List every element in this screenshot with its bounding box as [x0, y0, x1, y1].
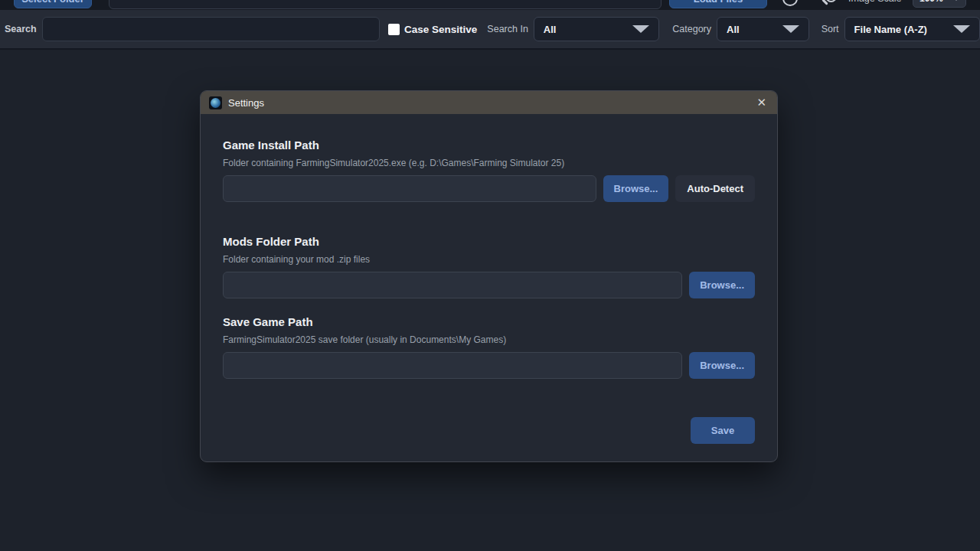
search-icon[interactable]	[821, 0, 838, 7]
save-button[interactable]: Save	[691, 417, 755, 444]
search-label: Search	[5, 24, 37, 34]
app-logo-icon	[209, 96, 222, 109]
select-folder-button[interactable]: Select Folder	[14, 0, 92, 8]
category-dropdown[interactable]: All	[717, 17, 809, 41]
mods-folder-path-section: Mods Folder Path Folder containing your …	[223, 236, 755, 298]
browse-button[interactable]: Browse...	[603, 175, 669, 202]
case-sensitive-checkbox[interactable]	[388, 24, 400, 35]
game-install-path-section: Game Install Path Folder containing Farm…	[223, 139, 755, 202]
field-row: Browse... Auto-Detect	[223, 175, 755, 202]
settings-dialog: Settings ✕ Game Install Path Folder cont…	[200, 90, 778, 462]
dialog-title: Settings	[228, 97, 264, 109]
mods-folder-path-input[interactable]	[223, 272, 682, 298]
browse-button[interactable]: Browse...	[689, 272, 755, 298]
image-scale-label: Image Scale	[848, 0, 901, 10]
auto-detect-button[interactable]: Auto-Detect	[675, 175, 755, 202]
search-in-label: Search In	[487, 24, 528, 34]
top-toolbar-inner: Select Folder Load Files Image Scale 100…	[0, 0, 980, 10]
save-game-path-input[interactable]	[223, 352, 682, 379]
filter-toolbar: Search Case Sensitive Search In All Cate…	[0, 10, 980, 50]
dialog-titlebar[interactable]: Settings ✕	[201, 91, 777, 114]
chevron-down-icon	[953, 0, 959, 1]
section-heading: Mods Folder Path	[223, 236, 755, 247]
section-heading: Save Game Path	[223, 316, 755, 328]
chevron-down-icon	[953, 25, 970, 33]
top-toolbar: Select Folder Load Files Image Scale 100…	[0, 0, 980, 10]
folder-path-input[interactable]	[109, 0, 662, 9]
section-description: Folder containing FarmingSimulator2025.e…	[223, 158, 755, 168]
close-icon[interactable]: ✕	[754, 91, 769, 114]
image-scale-value: 100%	[920, 0, 943, 4]
save-game-path-section: Save Game Path FarmingSimulator2025 save…	[223, 316, 755, 379]
field-row: Browse...	[223, 272, 755, 298]
field-row: Browse...	[223, 352, 755, 379]
category-label: Category	[672, 24, 711, 34]
browse-button[interactable]: Browse...	[689, 352, 755, 379]
search-in-value: All	[544, 24, 557, 35]
image-scale-dropdown[interactable]: 100%	[913, 0, 966, 8]
category-value: All	[727, 24, 740, 35]
section-heading: Game Install Path	[223, 139, 755, 151]
sort-value: File Name (A-Z)	[854, 24, 927, 35]
game-install-path-input[interactable]	[223, 175, 596, 202]
gear-icon[interactable]	[782, 0, 798, 6]
load-files-button[interactable]: Load Files	[669, 0, 767, 8]
sort-dropdown[interactable]: File Name (A-Z)	[844, 17, 980, 41]
chevron-down-icon	[632, 25, 649, 33]
dialog-body: Game Install Path Folder containing Farm…	[201, 114, 777, 444]
section-description: FarmingSimulator2025 save folder (usuall…	[223, 334, 755, 345]
case-sensitive-label: Case Sensitive	[404, 24, 477, 35]
search-in-dropdown[interactable]: All	[534, 17, 659, 41]
dialog-footer: Save	[223, 417, 755, 444]
chevron-down-icon	[782, 25, 799, 33]
sort-label: Sort	[822, 24, 839, 34]
section-description: Folder containing your mod .zip files	[223, 254, 755, 265]
search-input[interactable]	[42, 17, 380, 41]
